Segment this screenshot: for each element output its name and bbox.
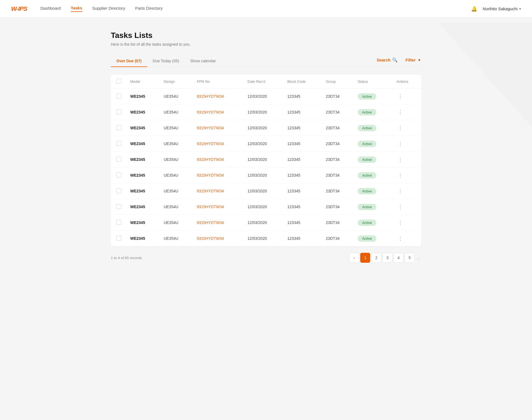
table-row: WE2345 UE354U 9315HYDTW34 12/03/2020 123… [111,120,421,136]
user-name: Norihito Sakaguchi [483,6,518,11]
logo-prefix: W- [11,5,18,12]
status-badge: Active [358,141,376,147]
row-checkbox[interactable] [116,141,121,146]
table-row: WE2345 UE354U 9315HYDTW34 12/03/2020 123… [111,89,421,104]
tab-show-calendar[interactable]: Show calendar [185,55,222,67]
row-actions-cell: ⋮ [392,104,421,120]
row-group: 23DT34 [321,231,353,246]
row-model: WE2345 [126,199,159,215]
status-badge: Active [358,93,376,100]
row-model: WE2345 [126,152,159,168]
status-badge: Active [358,125,376,131]
status-badge: Active [358,235,376,242]
nav-dashboard[interactable]: Dashboard [40,6,61,12]
pagination-prev[interactable]: ‹ [349,253,359,263]
row-actions-button[interactable]: ⋮ [397,219,404,226]
row-design: UE354U [159,183,193,199]
row-checkbox[interactable] [116,188,121,193]
row-ppr-no[interactable]: 9315HYDTW34 [192,231,243,246]
row-ppr-no[interactable]: 9315HYDTW34 [192,120,243,136]
pagination-page-2[interactable]: 2 [371,253,381,263]
row-checkbox[interactable] [116,94,121,99]
row-actions-cell: ⋮ [392,231,421,246]
row-block-code: 123345 [283,136,321,152]
user-menu[interactable]: Norihito Sakaguchi ▾ [483,6,521,11]
select-all-checkbox[interactable] [116,79,121,84]
row-design: UE354U [159,168,193,183]
row-status: Active [353,152,392,168]
toolbar: Search 🔍 Filter ▼ [377,57,421,65]
row-actions-button[interactable]: ⋮ [397,125,404,131]
row-actions-button[interactable]: ⋮ [397,235,404,242]
row-group: 23DT34 [321,104,353,120]
row-ppr-no[interactable]: 9315HYDTW34 [192,152,243,168]
status-badge: Active [358,156,376,163]
header-model: Model [126,75,159,89]
row-design: UE354U [159,120,193,136]
header-checkbox-col [111,75,126,89]
tab-overdue[interactable]: Over Due (07) [111,55,147,67]
row-checkbox-cell [111,168,126,183]
row-checkbox[interactable] [116,157,121,162]
svg-marker-0 [438,22,532,127]
row-actions-button[interactable]: ⋮ [397,156,404,163]
row-actions-button[interactable]: ⋮ [397,109,404,115]
row-ppr-no[interactable]: 9315HYDTW34 [192,199,243,215]
row-actions-button[interactable]: ⋮ [397,140,404,147]
bg-decoration [438,22,532,127]
row-checkbox[interactable] [116,125,121,130]
row-checkbox-cell [111,120,126,136]
pagination-page-5[interactable]: 5 [405,253,415,263]
table-header: Model Design PPR No Date Rec'd Block Cod… [111,75,421,89]
nav-supplier-directory[interactable]: Supplier Directory [92,6,125,12]
row-actions-button[interactable]: ⋮ [397,93,404,100]
row-actions-cell: ⋮ [392,183,421,199]
pagination-page-3[interactable]: 3 [382,253,392,263]
row-actions-cell: ⋮ [392,152,421,168]
pagination-controls: ‹ 1 2 3 4 5 ... [349,253,421,263]
row-ppr-no[interactable]: 9315HYDTW34 [192,215,243,231]
row-ppr-no[interactable]: 9315HYDTW34 [192,168,243,183]
chevron-down-icon: ▾ [519,7,521,11]
navbar: W-IPS Dashboard Tasks Supplier Directory… [0,0,532,18]
pagination-dots: ... [416,256,421,260]
row-actions-button[interactable]: ⋮ [397,203,404,210]
row-date: 12/03/2020 [243,183,283,199]
row-checkbox[interactable] [116,220,121,225]
table-body: WE2345 UE354U 9315HYDTW34 12/03/2020 123… [111,89,421,246]
row-checkbox[interactable] [116,172,121,177]
row-group: 23DT34 [321,120,353,136]
row-ppr-no[interactable]: 9315HYDTW34 [192,136,243,152]
pagination-page-1[interactable]: 1 [360,253,370,263]
row-ppr-no[interactable]: 9315HYDTW34 [192,104,243,120]
header-group: Group [321,75,353,89]
logo-suffix: IPS [18,5,27,12]
row-model: WE2345 [126,120,159,136]
row-actions-button[interactable]: ⋮ [397,188,404,194]
row-block-code: 123345 [283,120,321,136]
row-checkbox[interactable] [116,236,121,241]
header-date-recd: Date Rec'd [243,75,283,89]
row-block-code: 123345 [283,152,321,168]
row-ppr-no[interactable]: 9315HYDTW34 [192,89,243,104]
row-checkbox-cell [111,152,126,168]
row-ppr-no[interactable]: 9315HYDTW34 [192,183,243,199]
nav-right: 🔔 Norihito Sakaguchi ▾ [471,6,521,12]
row-model: WE2345 [126,231,159,246]
nav-parts-directory[interactable]: Parts Directory [135,6,163,12]
nav-tasks[interactable]: Tasks [71,6,82,12]
app-logo[interactable]: W-IPS [11,5,27,12]
row-model: WE2345 [126,136,159,152]
row-checkbox[interactable] [116,204,121,209]
row-checkbox[interactable] [116,109,121,114]
row-design: UE354U [159,136,193,152]
bell-icon[interactable]: 🔔 [471,6,477,12]
search-button[interactable]: Search 🔍 [377,57,398,63]
row-actions-button[interactable]: ⋮ [397,172,404,179]
pagination-page-4[interactable]: 4 [393,253,403,263]
filter-button[interactable]: Filter ▼ [405,58,421,62]
row-date: 12/03/2020 [243,104,283,120]
row-design: UE354U [159,231,193,246]
tab-due-today[interactable]: Due Today (05) [147,55,185,67]
row-date: 12/03/2020 [243,136,283,152]
